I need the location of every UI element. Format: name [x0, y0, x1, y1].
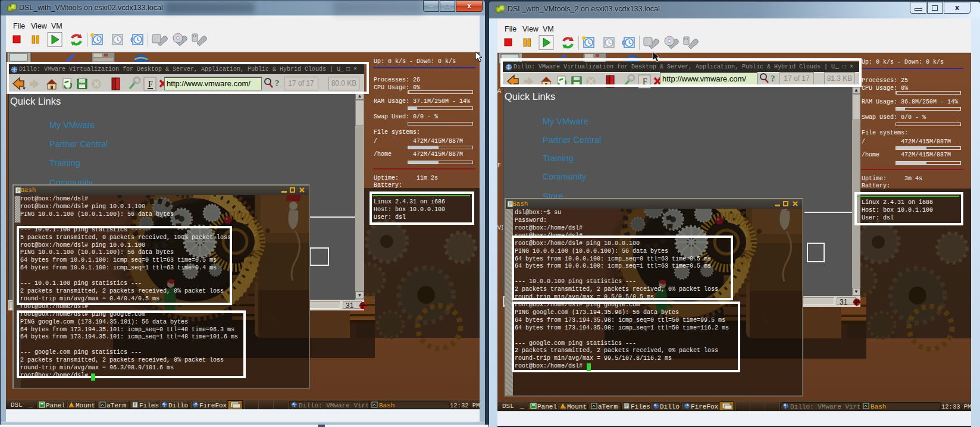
svg-text:Mount: Mount [567, 403, 587, 410]
svg-text:12:33 PM: 12:33 PM [941, 403, 971, 410]
svg-text:Panel: Panel [537, 403, 557, 410]
svg-text:Dillo: Dillo [168, 402, 188, 409]
svg-text:Dillo: Dillo [660, 403, 680, 410]
svg-text:Panel: Panel [46, 402, 65, 409]
svg-text:FireFox: FireFox [199, 402, 227, 409]
svg-text:FireFox: FireFox [691, 403, 719, 410]
svg-text:Bash: Bash [379, 402, 394, 409]
svg-text:Dillo: VMware Virtua: Dillo: VMware Virtua [790, 403, 869, 410]
svg-text:12:32 PM: 12:32 PM [450, 402, 480, 409]
svg-text:aTerm: aTerm [598, 403, 618, 410]
svg-text:aTerm: aTerm [107, 402, 126, 409]
svg-text:Bash: Bash [871, 403, 886, 410]
svg-text:Dillo: VMware Virtua: Dillo: VMware Virtua [299, 402, 377, 409]
svg-text:Files: Files [631, 403, 650, 410]
svg-text:Mount: Mount [76, 402, 95, 409]
svg-text:Files: Files [139, 402, 159, 409]
